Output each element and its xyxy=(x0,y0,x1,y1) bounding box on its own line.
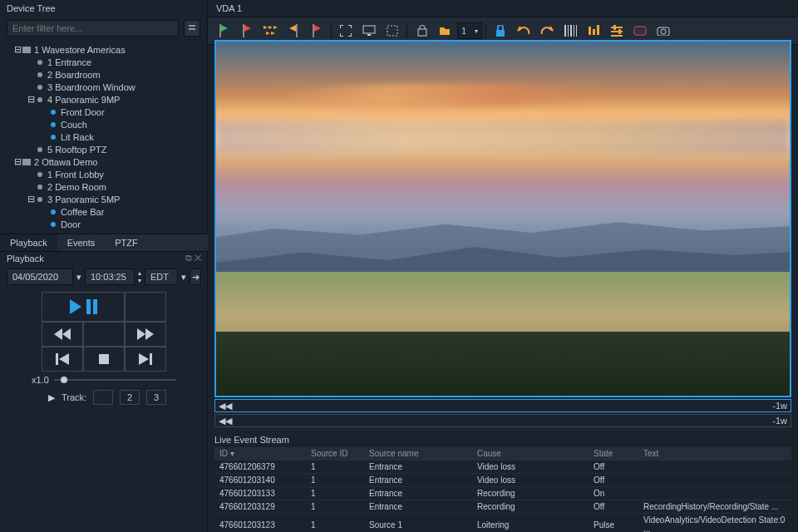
table-row[interactable]: 4766012031331EntranceRecordingOn xyxy=(214,487,791,500)
tab-playback[interactable]: Playback xyxy=(0,234,57,251)
chevron-down-icon[interactable]: ▾ xyxy=(181,272,186,283)
expand-icon[interactable]: ⊟ xyxy=(13,156,22,167)
date-input[interactable] xyxy=(7,268,73,285)
play-direction-icon[interactable]: ▶ xyxy=(48,392,55,403)
timeline-1[interactable]: ◀◀ -1w xyxy=(214,399,791,412)
flag-prev-button[interactable] xyxy=(283,21,304,41)
export-button[interactable] xyxy=(411,21,432,41)
tree-item[interactable]: ⊟2 Ottawa Demo xyxy=(0,155,207,168)
svg-marker-20 xyxy=(273,26,278,29)
camera-icon xyxy=(657,26,670,36)
tree-item[interactable]: 5 Rooftop PTZ xyxy=(0,143,207,155)
tree-item[interactable]: 3 Boardroom Window xyxy=(0,81,207,93)
tab-ptzf[interactable]: PTZF xyxy=(105,234,148,251)
chevron-down-icon[interactable]: ▾ xyxy=(76,272,81,283)
flag-next-button[interactable] xyxy=(306,21,328,41)
table-row[interactable]: 4766012031291EntranceRecordingOffRecordi… xyxy=(214,500,791,514)
cell: 476601206379 xyxy=(214,461,306,474)
tree-item[interactable]: Couch xyxy=(0,118,207,131)
svg-marker-2 xyxy=(70,299,81,314)
undo-button[interactable] xyxy=(513,21,534,41)
flag-red-button[interactable] xyxy=(236,21,258,41)
play-pause-icon xyxy=(66,297,100,317)
video-viewport[interactable] xyxy=(214,40,791,397)
eq1-button[interactable] xyxy=(583,21,604,41)
tree-label: 4 Panoramic 9MP xyxy=(47,95,120,105)
panel-buttons[interactable]: ⧉ ✕ xyxy=(185,253,201,264)
tree-item[interactable]: 2 Boardroom xyxy=(0,68,207,81)
barcode-button[interactable] xyxy=(559,21,581,41)
column-header[interactable]: Cause xyxy=(472,447,589,461)
table-row[interactable]: 4766012031401EntranceVideo lossOff xyxy=(214,474,791,487)
timeline-2[interactable]: ◀◀ -1w xyxy=(214,414,791,427)
tree-item[interactable]: ⊟1 Wavestore Americas xyxy=(0,43,207,56)
tree-item[interactable]: ⊟4 Panoramic 9MP xyxy=(0,93,207,106)
tree-item[interactable]: 1 Entrance xyxy=(0,56,207,68)
tree-item[interactable]: 2 Demo Room xyxy=(0,180,207,193)
select-area-button[interactable] xyxy=(382,21,403,41)
column-header[interactable]: Source ID xyxy=(306,447,364,461)
camera-icon xyxy=(48,122,58,127)
column-header[interactable]: State xyxy=(589,447,638,461)
skip-forward-button[interactable] xyxy=(125,347,166,372)
forward-button[interactable] xyxy=(125,322,166,347)
filter-input[interactable] xyxy=(7,20,179,37)
redo-button[interactable] xyxy=(536,21,558,41)
svg-rect-45 xyxy=(634,27,646,35)
fullscreen-button[interactable] xyxy=(335,21,357,41)
list-icon xyxy=(188,24,196,32)
svg-rect-0 xyxy=(189,25,195,27)
cell: 1 xyxy=(306,487,364,500)
column-header[interactable]: ID ▾ xyxy=(214,447,306,461)
equalizer-icon xyxy=(588,25,599,37)
tree-item[interactable]: Coffee Bar xyxy=(0,205,207,218)
play-pause-button[interactable] xyxy=(42,292,125,322)
cell: Pulse xyxy=(589,514,638,533)
stop-button[interactable] xyxy=(83,347,125,372)
rewind-button[interactable] xyxy=(42,322,83,347)
tree-item[interactable]: Front Door xyxy=(0,106,207,118)
expand-icon[interactable]: ⊟ xyxy=(27,194,35,204)
timeline-label: -1w xyxy=(772,401,787,411)
tree-item[interactable]: 1 Front Lobby xyxy=(0,168,207,180)
tree-item[interactable]: Lit Rack xyxy=(0,131,207,143)
monitor-button[interactable] xyxy=(358,21,380,41)
column-header[interactable]: Text xyxy=(638,447,791,461)
track-label: Track: xyxy=(62,392,86,402)
skip-back-button[interactable] xyxy=(42,347,83,372)
timeline-back-icon[interactable]: ◀◀ xyxy=(219,401,232,411)
track-3-button[interactable]: 3 xyxy=(146,390,166,405)
number-input[interactable]: 1▾ xyxy=(457,22,482,39)
go-button[interactable]: ➔ xyxy=(190,268,201,285)
spinner-icon[interactable]: ▴▾ xyxy=(138,269,141,284)
eq2-button[interactable] xyxy=(606,21,628,41)
tree-item[interactable]: Door xyxy=(0,218,207,230)
flag-green-button[interactable] xyxy=(213,21,234,41)
column-header[interactable]: Source name xyxy=(364,447,472,461)
expand-icon[interactable]: ⊟ xyxy=(27,94,35,105)
expand-icon[interactable]: ⊟ xyxy=(13,44,22,55)
tree-item[interactable]: ⊟3 Panoramic 5MP xyxy=(0,193,207,205)
timezone-input[interactable] xyxy=(145,268,178,285)
tree-label: Front Door xyxy=(61,107,105,117)
screen-button[interactable] xyxy=(629,21,651,41)
speed-slider[interactable] xyxy=(54,379,176,381)
tab-events[interactable]: Events xyxy=(57,234,106,251)
file-button[interactable] xyxy=(434,21,456,41)
tree-label: Lit Rack xyxy=(61,132,94,142)
device-tree[interactable]: ⊟1 Wavestore Americas1 Entrance2 Boardro… xyxy=(0,40,207,239)
cell: 1 xyxy=(306,461,364,474)
table-row[interactable]: 4766012031231Source 1LoiteringPulseVideo… xyxy=(214,514,791,533)
track-1-button[interactable] xyxy=(93,390,113,405)
flag-icon xyxy=(241,24,253,37)
lock-button[interactable] xyxy=(490,21,511,41)
table-row[interactable]: 4766012063791EntranceVideo lossOff xyxy=(214,461,791,474)
time-input[interactable] xyxy=(85,268,135,285)
event-table[interactable]: ID ▾Source IDSource nameCauseStateText 4… xyxy=(214,447,791,532)
timeline-back-icon[interactable]: ◀◀ xyxy=(219,416,232,426)
camera-button[interactable] xyxy=(653,21,674,41)
flag-next-icon xyxy=(311,24,323,37)
multi-flag-button[interactable] xyxy=(259,21,281,41)
track-2-button[interactable]: 2 xyxy=(120,390,140,405)
filter-toggle-button[interactable] xyxy=(184,20,200,37)
